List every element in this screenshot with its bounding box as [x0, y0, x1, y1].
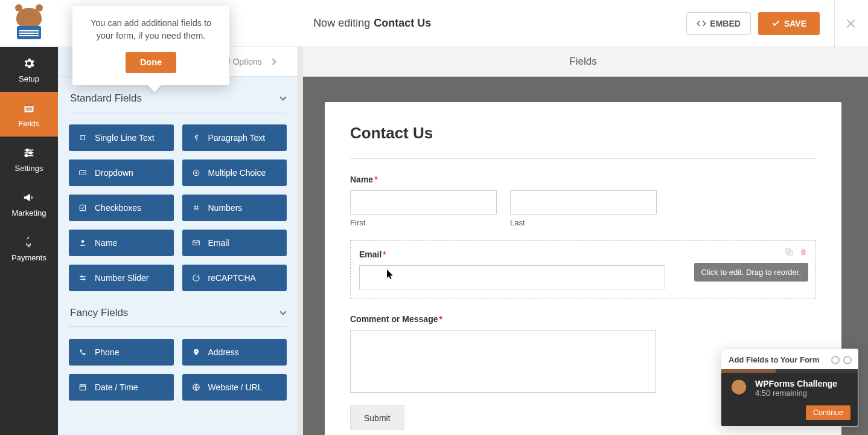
website-url-icon — [191, 382, 201, 392]
field-label: Paragraph Text — [208, 133, 266, 143]
fields-panel: Add Fields Field Options Standard Fields… — [58, 47, 298, 435]
field-single-line-text[interactable]: Single Line Text — [69, 124, 174, 151]
checkboxes-icon — [78, 203, 88, 213]
challenge-remaining: 4:50 remaining — [755, 388, 837, 398]
chevron-down-icon — [279, 94, 286, 100]
field-label: Dropdown — [95, 168, 133, 178]
submit-button[interactable]: Submit — [350, 405, 404, 430]
nav-setup[interactable]: Setup — [0, 47, 58, 92]
panel-scrollbar[interactable] — [298, 47, 303, 435]
delete-icon[interactable] — [799, 247, 808, 259]
svg-point-12 — [195, 172, 197, 174]
challenge-widget: Add Fields to Your Form WPForms Challeng… — [721, 349, 858, 427]
address-icon — [191, 347, 201, 357]
field-multiple-choice[interactable]: Multiple Choice — [182, 160, 287, 186]
form-name: Contact Us — [374, 17, 431, 30]
nav-label: Payments — [11, 253, 46, 262]
svg-point-19 — [83, 279, 85, 280]
email-icon — [191, 238, 201, 248]
embed-button[interactable]: EMBED — [686, 12, 751, 35]
paragraph-text-icon — [191, 133, 201, 143]
required-indicator: * — [439, 314, 442, 324]
nav-payments[interactable]: Payments — [0, 226, 58, 271]
save-label: SAVE — [784, 19, 806, 28]
field-checkboxes[interactable]: Checkboxes — [69, 195, 174, 221]
field-label: Number Slider — [95, 273, 148, 283]
svg-point-7 — [26, 149, 28, 151]
nav-settings[interactable]: Settings — [0, 137, 58, 181]
field-name[interactable]: Name* First Last — [350, 159, 816, 227]
nav-label: Fields — [19, 119, 40, 128]
save-button[interactable]: SAVE — [758, 12, 820, 35]
form-title: Contact Us — [350, 124, 816, 158]
dropdown-icon — [78, 168, 88, 178]
required-indicator: * — [374, 175, 377, 184]
reorder-tooltip: Click to edit. Drag to reorder. — [694, 263, 808, 282]
first-name-input[interactable] — [350, 190, 497, 214]
phone-icon — [78, 347, 88, 357]
done-button[interactable]: Done — [126, 52, 176, 73]
recaptcha-icon — [191, 273, 201, 283]
form-icon — [22, 101, 36, 115]
dismiss-icon[interactable] — [843, 356, 852, 364]
close-button[interactable] — [834, 0, 868, 47]
collapse-icon[interactable] — [831, 356, 840, 364]
sublabel-last: Last — [510, 218, 657, 227]
number-slider-icon — [78, 273, 88, 283]
challenge-avatar-icon — [729, 379, 749, 399]
group-title: Fancy Fields — [70, 307, 128, 319]
svg-rect-2 — [26, 108, 33, 109]
embed-label: EMBED — [710, 19, 741, 28]
nav-label: Setup — [19, 74, 39, 83]
field-paragraph-text[interactable]: Paragraph Text — [182, 124, 287, 151]
challenge-title: Add Fields to Your Form — [729, 355, 819, 364]
nav-label: Settings — [15, 164, 43, 173]
chevron-down-icon — [279, 308, 286, 315]
continue-button[interactable]: Continue — [806, 405, 850, 420]
popover-text: You can add additional fields to your fo… — [86, 17, 216, 42]
field-label: Email — [208, 238, 229, 248]
wpforms-logo-icon — [13, 7, 45, 40]
comment-input[interactable] — [350, 330, 656, 393]
multiple-choice-icon — [191, 168, 201, 178]
required-indicator: * — [383, 250, 386, 259]
field-website-url[interactable]: Website / URL — [182, 374, 287, 401]
single-line-text-icon — [78, 133, 88, 143]
canvas-header: Fields — [298, 47, 868, 77]
field-recaptcha[interactable]: reCAPTCHA — [182, 265, 287, 291]
field-date-time[interactable]: Date / Time — [69, 374, 174, 401]
field-label: Email — [359, 250, 381, 259]
dollar-icon — [22, 235, 36, 250]
nav-label: Marketing — [11, 208, 46, 218]
svg-point-18 — [81, 276, 82, 277]
chevron-right-icon — [269, 58, 276, 65]
svg-point-14 — [81, 240, 85, 243]
guide-popover: You can add additional fields to your fo… — [72, 6, 229, 85]
field-numbers[interactable]: Numbers — [182, 195, 287, 221]
close-icon — [845, 17, 858, 30]
challenge-name: WPForms Challenge — [755, 379, 837, 388]
field-label: Website / URL — [208, 382, 263, 392]
logo[interactable] — [0, 0, 58, 47]
svg-point-20 — [195, 350, 197, 352]
field-name[interactable]: Name — [69, 230, 174, 256]
svg-rect-3 — [26, 109, 33, 111]
field-number-slider[interactable]: Number Slider — [69, 265, 174, 291]
group-fancy-fields[interactable]: Fancy Fields — [69, 291, 287, 326]
email-input[interactable] — [359, 265, 665, 289]
last-name-input[interactable] — [510, 190, 657, 214]
bullhorn-icon — [22, 190, 36, 205]
numbers-icon — [191, 203, 201, 213]
code-icon — [697, 19, 706, 28]
sliders-icon — [22, 146, 36, 160]
field-label: reCAPTCHA — [208, 273, 256, 283]
nav-marketing[interactable]: Marketing — [0, 181, 58, 226]
field-email[interactable]: Email — [182, 230, 287, 256]
field-address[interactable]: Address — [182, 339, 287, 366]
nav-fields[interactable]: Fields — [0, 92, 58, 137]
svg-rect-1 — [25, 104, 34, 106]
field-email[interactable]: Click to edit. Drag to reorder. Email* — [350, 240, 816, 298]
field-phone[interactable]: Phone — [69, 339, 174, 366]
duplicate-icon[interactable] — [784, 247, 794, 259]
field-dropdown[interactable]: Dropdown — [69, 160, 174, 186]
